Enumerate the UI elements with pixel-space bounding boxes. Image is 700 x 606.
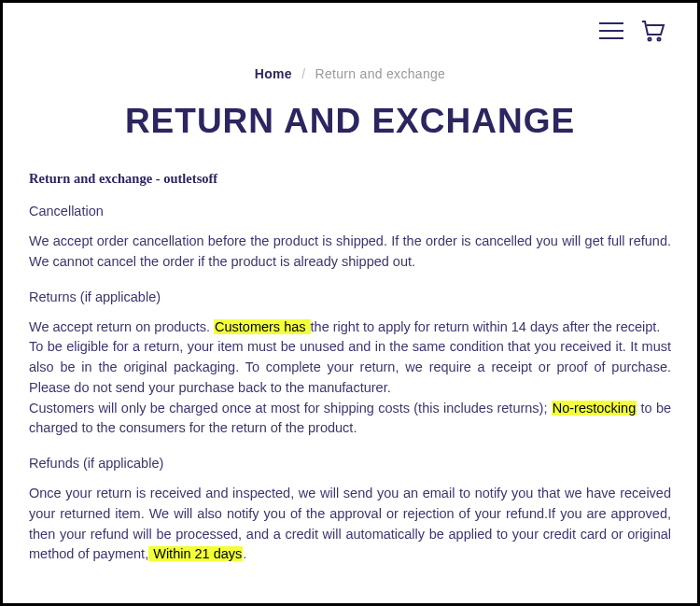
refunds-text-1a: Once your return is received and inspect… [29,486,671,561]
refunds-heading: Refunds (if applicable) [29,456,671,471]
breadcrumb: Home / Return and exchange [29,66,671,81]
cart-icon[interactable] [641,20,665,42]
returns-text-1b: the right to apply for return within 14 … [311,319,661,334]
breadcrumb-current: Return and exchange [315,66,446,81]
highlight-customers-has: Customers has [214,319,311,334]
returns-text-2: To be eligible for a return, your item m… [29,337,671,398]
cancellation-body: We accept order cancellation before the … [29,232,671,273]
highlight-no-restocking: No-restocking [552,401,637,416]
page-title: RETURN AND EXCHANGE [29,102,671,141]
svg-point-4 [658,38,661,41]
page-subtitle: Return and exchange - outletsoff [29,171,671,187]
returns-body: We accept return on products. Customers … [29,317,671,440]
returns-text-3a: Customers will only be charged once at m… [29,401,552,416]
menu-icon[interactable] [598,21,624,40]
breadcrumb-home-link[interactable]: Home [255,66,292,81]
returns-heading: Returns (if applicable) [29,289,671,304]
cancellation-heading: Cancellation [29,204,671,218]
highlight-within-21-days: Within 21 days [148,546,243,561]
refunds-text-1b: . [243,546,246,561]
refunds-body: Once your return is received and inspect… [29,484,671,565]
breadcrumb-separator: / [301,66,305,81]
top-bar [29,20,671,42]
svg-point-3 [649,38,651,41]
returns-text-1a: We accept return on products. [29,319,214,334]
